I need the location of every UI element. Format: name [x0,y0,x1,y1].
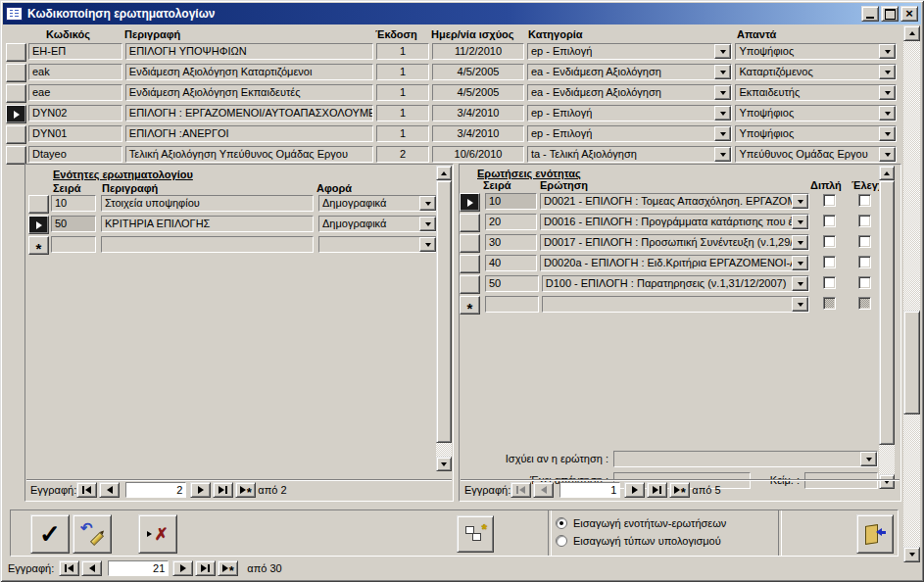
scroll-up-button[interactable] [879,166,895,180]
row-selector[interactable] [460,234,480,253]
order-field[interactable]: 50 [485,275,539,292]
double-checkbox[interactable] [823,256,836,268]
answers-combobox[interactable]: Εκπαιδευτής [735,84,897,101]
row-selector[interactable] [6,43,26,62]
maximize-button[interactable] [881,6,899,22]
dropdown-button[interactable] [860,452,877,466]
dropdown-button[interactable] [714,44,731,59]
record-number-input[interactable]: 21 [108,560,169,576]
order-field[interactable]: 30 [485,234,537,251]
code-field[interactable]: eae [28,84,122,101]
row-selector[interactable] [6,146,26,165]
order-field[interactable] [51,236,96,253]
previous-record-button[interactable] [81,560,102,576]
next-record-button[interactable] [624,482,645,498]
radio-icon[interactable] [556,517,567,529]
valid-date-field[interactable]: 4/5/2005 [432,84,524,101]
order-field[interactable] [485,296,539,313]
question-combobox[interactable]: D0020a - ΕΠΙΛΟΓΗ : Ειδ.Κριτήρια ΕΡΓΑΖΟΜΕ… [540,255,809,271]
last-record-button[interactable] [647,482,667,498]
add-record-button[interactable]: * [457,515,494,553]
dropdown-button[interactable] [792,256,808,270]
category-combobox[interactable]: ea - Ενδιάμεση Αξιολόγηση [527,64,733,80]
description-field[interactable]: Στοιχεία υποψηφίου [101,195,314,212]
order-field[interactable]: 10 [51,195,96,212]
dropdown-button[interactable] [792,235,808,250]
description-field[interactable]: ΚΡΙΤΗΡΙΑ ΕΠΙΛΟΓΗΣ [101,216,314,232]
undo-button[interactable]: ↶ [73,514,112,554]
scrollbar-track[interactable] [903,41,920,547]
question-combobox[interactable]: D0017 - ΕΠΙΛΟΓΗ : Προσωπική Συνέντευξη (… [540,234,809,251]
new-record-button[interactable]: * [669,482,690,498]
record-number-input[interactable]: 1 [559,482,620,498]
new-record-button[interactable]: * [218,560,238,576]
record-number-input[interactable]: 2 [125,482,186,498]
answers-combobox[interactable]: Υπεύθυνος Ομάδας Εργου [735,146,897,163]
row-selector[interactable] [28,195,49,214]
description-field[interactable]: Ενδιάμεση Αξιολόγηση Καταρτιζόμενοι [125,64,373,80]
dropdown-button[interactable] [879,147,896,162]
new-record-button[interactable]: * [235,482,256,498]
dropdown-button[interactable] [792,276,808,291]
first-record-button[interactable] [76,482,97,498]
dropdown-button[interactable] [879,85,896,100]
description-field[interactable]: Ενδιάμεση Αξιολόγηση Εκπαιδευτές [125,84,373,101]
double-checkbox[interactable] [823,235,836,248]
exit-button[interactable] [856,514,894,554]
dropdown-button[interactable] [792,215,808,229]
question-combobox[interactable]: D0016 - ΕΠΙΛΟΓΗ : Προγράμματα κατάρτισης… [540,214,809,230]
valid-date-field[interactable]: 4/5/2005 [432,64,524,80]
concerns-combobox[interactable]: Δημογραφικά [318,216,437,232]
valid-date-field[interactable]: 10/6/2010 [432,146,524,163]
confirm-button[interactable]: ✓ [30,514,70,554]
dropdown-button[interactable] [792,297,808,312]
next-record-button[interactable] [190,482,211,498]
dropdown-button[interactable] [879,65,896,79]
dropdown-button[interactable] [879,44,896,59]
check-checkbox[interactable] [858,256,871,268]
main-scrollbar[interactable] [903,25,920,562]
row-selector[interactable] [6,105,26,123]
row-selector[interactable] [6,64,26,82]
version-field[interactable]: 1 [376,43,429,60]
concerns-combobox[interactable] [318,236,437,253]
next-record-button[interactable] [172,560,193,576]
category-combobox[interactable]: ea - Ενδιάμεση Αξιολόγηση [527,84,733,101]
answers-combobox[interactable]: Υποψήφιος [735,105,897,121]
version-field[interactable]: 1 [376,84,429,101]
valid-date-field[interactable]: 3/4/2010 [432,105,524,121]
row-selector[interactable] [460,193,480,212]
order-field[interactable]: 10 [485,193,537,210]
scrollbar-thumb[interactable] [903,311,920,414]
answers-combobox[interactable]: Καταρτιζόμενος [735,64,897,80]
double-checkbox[interactable] [823,215,836,227]
dropdown-button[interactable] [714,65,731,79]
order-field[interactable]: 20 [485,214,537,230]
row-selector[interactable] [460,214,480,232]
question-combobox[interactable] [542,296,809,313]
close-button[interactable]: × [900,6,918,22]
check-checkbox[interactable] [858,276,871,289]
first-record-button[interactable] [59,560,79,576]
description-field[interactable]: Τελική Αξιολόγηση Υπεύθυνος Ομάδας Εργου [125,146,373,163]
answers-combobox[interactable]: Υποψήφιος [735,43,897,60]
order-field[interactable]: 40 [485,255,537,271]
dropdown-button[interactable] [879,126,896,141]
new-row-selector[interactable]: * [28,236,49,255]
scroll-up-button[interactable] [436,166,452,180]
scroll-down-button[interactable] [436,457,452,471]
category-combobox[interactable]: ta - Τελική Αξιολόγηση [527,146,733,163]
sections-scrollbar[interactable] [436,166,452,471]
category-combobox[interactable]: ep - Επιλογή [527,125,733,142]
version-field[interactable]: 1 [376,64,429,80]
double-checkbox[interactable] [823,276,836,289]
valid-if-combobox[interactable] [613,451,878,467]
double-checkbox[interactable] [823,297,836,310]
description-field[interactable]: ΕΠΙΛΟΓΗ ΥΠΟΨΗΦΙΩΝ [125,43,373,60]
version-field[interactable]: 1 [376,125,429,142]
version-field[interactable]: 2 [376,146,429,163]
dropdown-button[interactable] [879,106,896,121]
previous-record-button[interactable] [99,482,120,498]
delete-record-button[interactable]: ✗ [138,514,177,554]
order-field[interactable]: 50 [51,216,96,232]
